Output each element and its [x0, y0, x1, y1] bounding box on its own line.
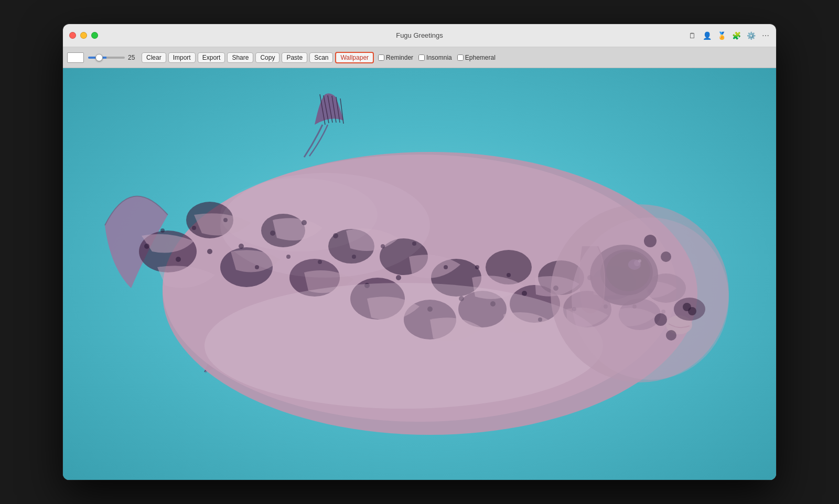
svg-point-73 — [205, 283, 603, 409]
svg-point-48 — [396, 275, 401, 280]
traffic-lights — [69, 32, 98, 39]
ellipsis-icon[interactable]: ⋯ — [761, 31, 770, 40]
user-circle-icon[interactable]: 🏅 — [717, 31, 726, 40]
scan-button[interactable]: Scan — [309, 52, 333, 63]
svg-point-35 — [192, 226, 196, 230]
fish-canvas[interactable] — [63, 68, 776, 480]
maximize-button[interactable] — [91, 32, 98, 39]
ephemeral-label[interactable]: Ephemeral — [457, 54, 496, 61]
svg-point-32 — [144, 244, 149, 249]
content-area[interactable] — [63, 68, 776, 480]
color-swatch[interactable] — [67, 52, 84, 63]
svg-point-36 — [207, 249, 212, 254]
copy-button[interactable]: Copy — [255, 52, 279, 63]
svg-point-79 — [644, 235, 657, 247]
puzzle-icon[interactable]: 🧩 — [732, 31, 740, 40]
svg-point-56 — [522, 291, 527, 296]
titlebar-icons: 🗒 👤 🏅 🧩 ⚙️ ⋯ — [688, 31, 770, 40]
export-button[interactable]: Export — [198, 52, 225, 63]
svg-point-53 — [475, 265, 479, 269]
import-button[interactable]: Import — [168, 52, 196, 63]
clear-button[interactable]: Clear — [142, 52, 166, 63]
close-button[interactable] — [69, 32, 76, 39]
svg-point-51 — [444, 265, 448, 269]
svg-point-78 — [688, 307, 696, 315]
insomnia-label[interactable]: Insomnia — [418, 54, 452, 61]
person-icon[interactable]: 👤 — [703, 31, 711, 40]
reminder-checkbox[interactable] — [378, 54, 384, 61]
minimize-button[interactable] — [80, 32, 87, 39]
gear-icon[interactable]: ⚙️ — [747, 31, 755, 40]
reminder-label[interactable]: Reminder — [378, 54, 413, 61]
size-slider[interactable] — [88, 57, 125, 59]
svg-point-39 — [255, 265, 259, 269]
svg-point-80 — [661, 251, 671, 262]
wallpaper-button[interactable]: Wallpaper — [335, 52, 374, 63]
slider-value: 25 — [128, 54, 137, 61]
toolbar: 25 Clear Import Export Share Copy Paste … — [63, 47, 776, 68]
svg-point-33 — [160, 228, 165, 233]
ephemeral-checkbox[interactable] — [457, 54, 464, 61]
svg-point-84 — [220, 178, 378, 251]
svg-point-34 — [176, 257, 181, 262]
insomnia-checkbox[interactable] — [418, 54, 425, 61]
svg-point-55 — [507, 273, 511, 277]
share-button[interactable]: Share — [227, 52, 253, 63]
slider-container: 25 — [88, 54, 137, 61]
window-title: Fugu Greetings — [396, 31, 443, 39]
checkbox-group: Reminder Insomnia Ephemeral — [378, 54, 496, 61]
svg-point-82 — [666, 330, 676, 341]
app-window: Fugu Greetings 🗒 👤 🏅 🧩 ⚙️ ⋯ 25 Clear Imp… — [63, 24, 776, 480]
titlebar: Fugu Greetings 🗒 👤 🏅 🧩 ⚙️ ⋯ — [63, 24, 776, 47]
fish-illustration — [63, 68, 776, 480]
paste-button[interactable]: Paste — [282, 52, 307, 63]
document-icon[interactable]: 🗒 — [688, 31, 696, 40]
svg-point-81 — [654, 313, 667, 326]
